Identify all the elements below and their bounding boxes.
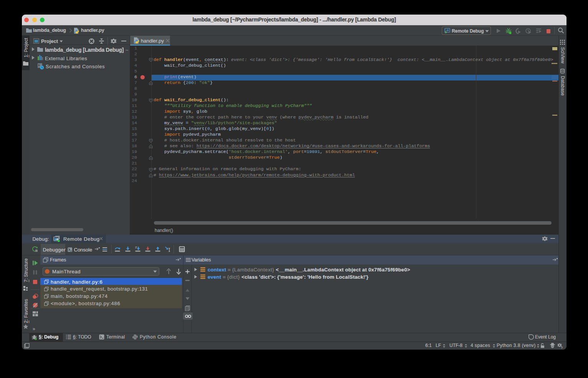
svg-text:?: ? xyxy=(561,346,563,349)
